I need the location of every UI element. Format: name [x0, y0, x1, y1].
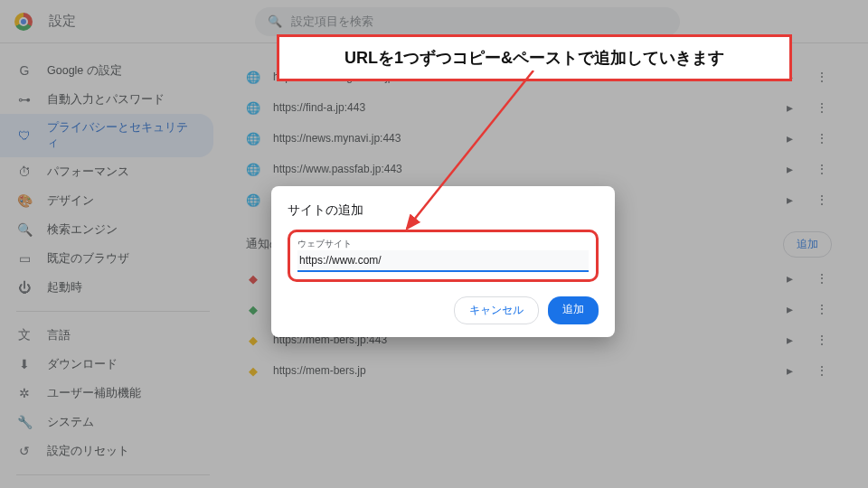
annotation-callout: URLを1つずつコピー&ペーストで追加していきます	[277, 34, 792, 81]
cancel-button[interactable]: キャンセル	[454, 296, 539, 324]
dialog-title: サイトの追加	[288, 202, 599, 219]
url-field-container: ウェブサイト	[288, 230, 599, 282]
url-input[interactable]	[297, 250, 589, 272]
add-site-dialog: サイトの追加 ウェブサイト キャンセル 追加	[271, 186, 615, 337]
ok-button[interactable]: 追加	[548, 296, 599, 324]
url-field-label: ウェブサイト	[297, 238, 589, 250]
